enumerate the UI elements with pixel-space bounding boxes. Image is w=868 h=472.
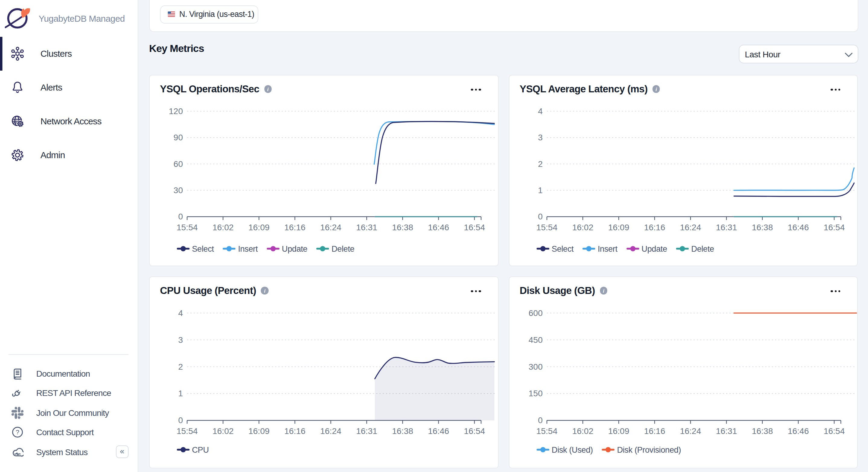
svg-text:0: 0 (538, 212, 542, 221)
svg-text:1: 1 (538, 186, 542, 195)
svg-text:16:54: 16:54 (824, 427, 845, 436)
svg-text:16:24: 16:24 (320, 223, 341, 232)
svg-text:0: 0 (538, 415, 542, 425)
svg-text:16:46: 16:46 (788, 223, 809, 232)
svg-text:16:46: 16:46 (428, 427, 449, 436)
svg-text:16:16: 16:16 (644, 427, 665, 436)
svg-text:3: 3 (538, 133, 542, 142)
svg-text:16:24: 16:24 (680, 427, 701, 436)
svg-text:16:16: 16:16 (284, 223, 305, 232)
svg-text:16:54: 16:54 (464, 427, 485, 436)
svg-text:30: 30 (174, 186, 183, 195)
svg-text:120: 120 (169, 106, 183, 116)
svg-text:0: 0 (178, 415, 183, 425)
svg-text:16:46: 16:46 (788, 427, 809, 436)
svg-text:2: 2 (538, 159, 542, 169)
svg-text:15:54: 15:54 (177, 223, 198, 232)
svg-text:16:09: 16:09 (248, 223, 270, 232)
svg-text:?: ? (16, 429, 19, 436)
svg-text:16:16: 16:16 (644, 223, 665, 232)
svg-text:16:38: 16:38 (392, 427, 413, 436)
svg-text:60: 60 (174, 159, 183, 169)
svg-text:16:09: 16:09 (608, 427, 629, 436)
svg-text:16:31: 16:31 (716, 223, 737, 232)
svg-text:16:02: 16:02 (572, 223, 593, 232)
svg-text:16:24: 16:24 (320, 427, 341, 436)
svg-text:16:31: 16:31 (716, 427, 737, 436)
svg-text:16:31: 16:31 (356, 427, 377, 436)
svg-text:16:24: 16:24 (680, 223, 701, 232)
svg-text:16:31: 16:31 (356, 223, 377, 232)
svg-text:2: 2 (178, 362, 183, 372)
svg-text:16:16: 16:16 (284, 427, 305, 436)
svg-text:16:02: 16:02 (213, 427, 234, 436)
svg-text:4: 4 (178, 308, 183, 318)
svg-text:0: 0 (178, 212, 183, 221)
svg-text:16:09: 16:09 (248, 427, 270, 436)
svg-text:600: 600 (528, 308, 542, 318)
svg-text:450: 450 (528, 335, 542, 345)
svg-text:16:02: 16:02 (213, 223, 234, 232)
svg-text:16:02: 16:02 (572, 427, 593, 436)
svg-text:15:54: 15:54 (536, 427, 557, 436)
svg-text:16:38: 16:38 (752, 427, 773, 436)
svg-text:16:38: 16:38 (752, 223, 773, 232)
svg-text:4: 4 (538, 106, 542, 116)
svg-text:3: 3 (178, 335, 183, 345)
svg-text:150: 150 (528, 389, 542, 398)
svg-text:15:54: 15:54 (536, 223, 557, 232)
svg-text:15:54: 15:54 (177, 427, 198, 436)
svg-text:16:46: 16:46 (428, 223, 449, 232)
svg-text:16:09: 16:09 (608, 223, 629, 232)
svg-text:1: 1 (178, 389, 183, 398)
svg-text:16:54: 16:54 (464, 223, 485, 232)
svg-text:300: 300 (528, 362, 542, 372)
svg-text:90: 90 (174, 133, 183, 142)
svg-text:16:38: 16:38 (392, 223, 413, 232)
svg-text:16:54: 16:54 (824, 223, 845, 232)
